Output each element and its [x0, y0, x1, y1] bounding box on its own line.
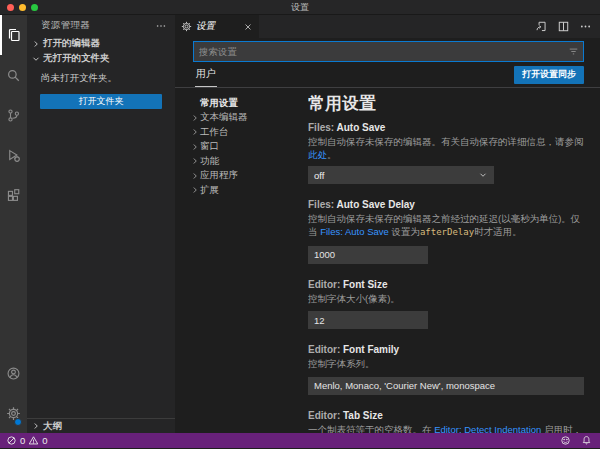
setting-name: Font Family	[343, 344, 399, 355]
setting-control	[308, 310, 584, 330]
gear-icon	[181, 21, 192, 32]
account-icon	[6, 366, 21, 381]
window-title: 设置	[0, 1, 600, 14]
activity-bar-item-extensions[interactable]	[0, 175, 27, 215]
open-folder-button[interactable]: 打开文件夹	[40, 94, 162, 109]
toc-item-2[interactable]: 工作台	[190, 125, 308, 140]
setting-description: 控制字体系列。	[308, 357, 584, 370]
activity-bar-item-source-control[interactable]	[0, 95, 27, 135]
desc-text: 设置为	[389, 226, 420, 237]
filter-icon[interactable]	[568, 46, 579, 57]
problems-status[interactable]: 0 0	[6, 435, 48, 446]
vscode-window: 设置 资源管理器 打开的编辑器无打开的文件夹 尚未打开文件夹。 打开文件夹	[0, 0, 600, 448]
status-bar-right	[560, 435, 592, 446]
status-bar: 0 0	[0, 433, 600, 448]
feedback-icon[interactable]	[560, 435, 571, 446]
setting-description: 一个制表符等于的空格数。在 Editor: Detect Indentation…	[308, 423, 584, 434]
chevron-right-icon	[31, 39, 41, 49]
workbench: 资源管理器 打开的编辑器无打开的文件夹 尚未打开文件夹。 打开文件夹 大纲	[0, 15, 600, 433]
setting-item-4: Editor: Tab Size一个制表符等于的空格数。在 Editor: De…	[308, 409, 584, 434]
desc-text: 。	[327, 149, 337, 160]
activity-bar-item-run-debug[interactable]	[0, 135, 27, 175]
setting-link[interactable]: 此处	[308, 149, 327, 160]
desc-text: 一个制表符等于的空格数。在	[308, 424, 434, 434]
activity-bar	[0, 15, 27, 433]
sidebar-title-row: 资源管理器	[27, 15, 175, 36]
setting-item-0: Files: Auto Save控制自动保存未保存的编辑器。有关自动保存的详细信…	[308, 121, 584, 184]
setting-title: Editor: Font Size	[308, 278, 584, 291]
setting-name: Font Size	[343, 279, 387, 290]
chevron-right-icon	[190, 127, 200, 137]
setting-text-input[interactable]	[308, 377, 584, 395]
settings-search-input[interactable]	[193, 41, 584, 62]
outline-label: 大纲	[43, 420, 62, 433]
activity-bar-item-accounts[interactable]	[0, 353, 27, 393]
settings-body: 常用设置文本编辑器工作台窗口功能应用程序扩展 常用设置 Files: Auto …	[175, 88, 600, 433]
toc-label: 功能	[200, 155, 219, 168]
activity-bar-item-explorer[interactable]	[0, 15, 27, 55]
setting-link[interactable]: Files: Auto Save	[320, 226, 389, 237]
chevron-right-icon	[190, 113, 200, 123]
toc-label: 窗口	[200, 140, 219, 153]
sidebar-section-outline[interactable]: 大纲	[27, 418, 175, 433]
setting-description: 控制字体大小(像素)。	[308, 292, 584, 305]
toc-label: 扩展	[200, 184, 219, 197]
setting-text-input[interactable]	[308, 246, 428, 264]
chevron-down-icon	[478, 170, 488, 180]
setting-description: 控制自动保存未保存的编辑器。有关自动保存的详细信息，请参阅此处。	[308, 135, 584, 161]
extensions-icon	[6, 188, 21, 203]
more-actions-icon[interactable]	[155, 20, 167, 32]
warning-icon	[28, 435, 39, 446]
close-tab-icon[interactable]	[243, 22, 253, 32]
editor-actions	[535, 15, 600, 38]
chevron-right-icon	[190, 142, 200, 152]
error-icon	[6, 435, 17, 446]
setting-control	[308, 375, 584, 395]
toc-item-0[interactable]: 常用设置	[190, 96, 308, 111]
more-actions-icon[interactable]	[579, 20, 592, 33]
no-folder-message: 尚未打开文件夹。	[27, 66, 175, 87]
toc-item-1[interactable]: 文本编辑器	[190, 111, 308, 126]
setting-category: Files:	[308, 199, 337, 210]
toc-label: 文本编辑器	[200, 111, 248, 124]
setting-title: Files: Auto Save	[308, 121, 584, 134]
warning-count: 0	[42, 435, 47, 446]
sidebar-title: 资源管理器	[41, 19, 155, 32]
setting-link[interactable]: Editor: Detect Indentation	[434, 424, 541, 434]
open-settings-json-icon[interactable]	[535, 20, 548, 33]
tab-user-settings[interactable]: 用户	[195, 63, 217, 87]
sidebar-section-header-0[interactable]: 打开的编辑器	[27, 36, 175, 51]
desc-text: 控制自动保存未保存的编辑器。有关自动保存的详细信息，请参阅	[308, 136, 584, 147]
turn-on-settings-sync-button[interactable]: 打开设置同步	[514, 66, 584, 84]
setting-text-input[interactable]	[308, 311, 428, 329]
setting-title: Files: Auto Save Delay	[308, 198, 584, 211]
titlebar: 设置	[0, 0, 600, 15]
sidebar-section-header-1[interactable]: 无打开的文件夹	[27, 51, 175, 66]
toc-item-5[interactable]: 应用程序	[190, 169, 308, 184]
toc-item-6[interactable]: 扩展	[190, 183, 308, 198]
search-icon	[6, 68, 21, 83]
setting-description: 控制自动保存未保存的编辑器之前经过的延迟(以毫秒为单位)。仅当 Files: A…	[308, 212, 584, 239]
settings-toc: 常用设置文本编辑器工作台窗口功能应用程序扩展	[175, 88, 308, 433]
setting-code-value: afterDelay	[420, 227, 474, 237]
chevron-right-icon	[190, 171, 200, 181]
tab-settings[interactable]: 设置	[175, 15, 259, 38]
sidebar-sections: 打开的编辑器无打开的文件夹	[27, 36, 175, 66]
chevron-right-icon	[31, 421, 41, 431]
toc-item-4[interactable]: 功能	[190, 154, 308, 169]
activity-bar-item-search[interactable]	[0, 55, 27, 95]
setting-title: Editor: Font Family	[308, 343, 584, 356]
activity-bar-item-manage[interactable]	[0, 393, 27, 433]
setting-category: Editor:	[308, 410, 343, 421]
split-editor-icon[interactable]	[557, 20, 570, 33]
setting-name: Tab Size	[343, 410, 383, 421]
setting-control: off	[308, 166, 584, 184]
chevron-down-icon	[31, 54, 41, 64]
bell-icon[interactable]	[581, 435, 592, 446]
setting-item-2: Editor: Font Size控制字体大小(像素)。	[308, 278, 584, 330]
setting-category: Editor:	[308, 279, 343, 290]
toc-label: 应用程序	[200, 169, 238, 182]
toc-item-3[interactable]: 窗口	[190, 140, 308, 155]
setting-dropdown[interactable]: off	[308, 166, 494, 184]
setting-category: Editor:	[308, 344, 343, 355]
